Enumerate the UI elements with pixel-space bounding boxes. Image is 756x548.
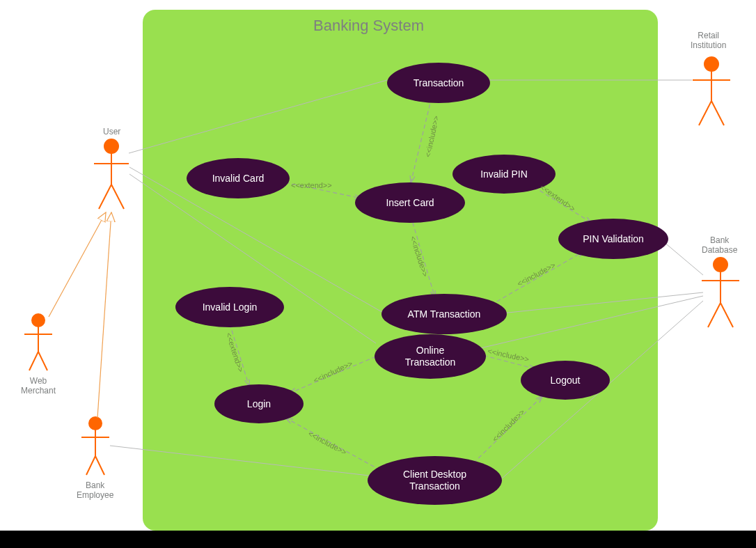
svg-line-9 [38,352,47,370]
gen-webmerchant-user [49,212,106,317]
svg-line-24 [708,303,720,327]
svg-line-20 [711,101,724,125]
actor-user-label: User [103,127,120,136]
svg-line-25 [720,303,733,327]
actor-web-merchant [24,314,52,370]
svg-line-13 [86,456,95,475]
svg-point-5 [32,314,45,327]
actor-bank-employee-label: Bank Employee [77,480,113,501]
svg-point-21 [714,258,727,272]
actor-user [94,139,129,209]
actor-bank-database-label: Bank Database [702,235,737,256]
actor-retail-institution [693,57,730,125]
usecase-transaction: Transaction [387,63,490,103]
usecase-atm-transaction: ATM Transaction [381,294,507,334]
actor-bank-database [702,258,739,327]
diagram-canvas: Banking System [0,0,756,548]
lbl-extend-1: <<extend>> [291,181,332,189]
usecase-pin-validation: PIN Validation [558,219,668,259]
svg-line-3 [99,185,111,209]
usecase-online-transaction: Online Transaction [375,334,486,379]
svg-point-10 [89,417,102,430]
actor-bank-employee [81,417,109,475]
actor-retail-institution-label: Retail Institution [691,31,726,51]
usecase-insert-card: Insert Card [355,182,465,223]
bottom-bar [0,531,756,548]
usecase-invalid-card: Invalid Card [187,158,290,198]
actor-web-merchant-label: Web Merchant [21,376,56,396]
svg-line-18 [699,101,711,125]
gen-bankemployee-user [97,212,111,418]
svg-line-8 [29,352,38,370]
svg-line-4 [111,185,124,209]
usecase-logout: Logout [521,361,610,400]
svg-line-14 [95,456,104,475]
usecase-invalid-login: Invalid Login [175,287,284,327]
svg-point-0 [104,139,118,153]
usecase-client-desktop: Client Desktop Transaction [368,456,502,505]
svg-point-15 [704,57,718,71]
usecase-login: Login [214,384,304,423]
system-title: Banking System [313,17,424,35]
